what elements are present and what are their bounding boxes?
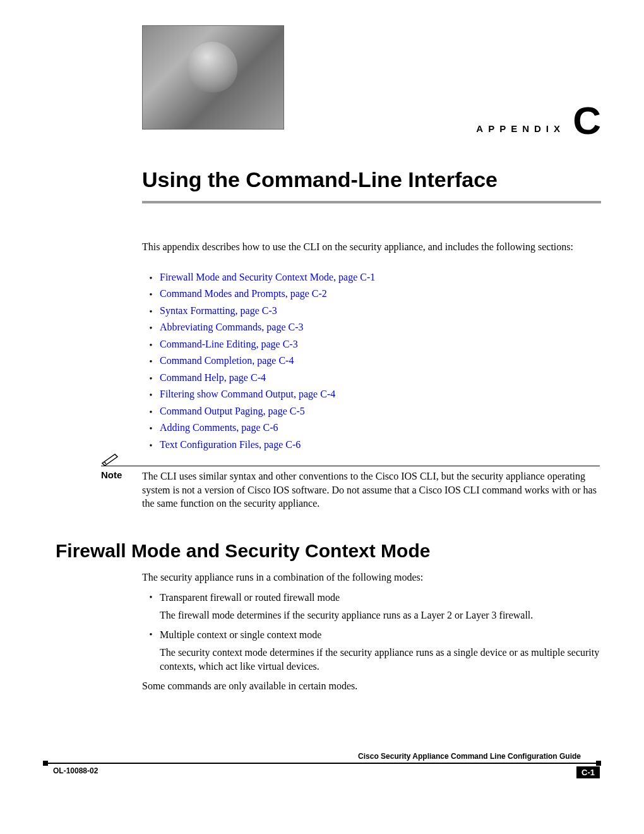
toc-link[interactable]: Adding Comments, page C-6 — [160, 422, 278, 433]
footer-doc-id: OL-10088-02 — [53, 766, 98, 775]
bullet-icon: • — [142, 406, 160, 420]
note-label: Note — [101, 469, 122, 480]
bullet-icon: • — [142, 422, 160, 436]
mode-desc: The firewall mode determines if the secu… — [160, 608, 600, 622]
toc-item: •Command Completion, page C-4 — [142, 355, 600, 369]
toc-item: •Syntax Formatting, page C-3 — [142, 305, 600, 319]
toc-item: •Filtering show Command Output, page C-4 — [142, 389, 600, 402]
note-text: The CLI uses similar syntax and other co… — [142, 469, 600, 511]
bullet-icon: • — [142, 372, 160, 386]
pencil-icon — [101, 453, 120, 466]
mode-name: Transparent firewall or routed firewall … — [160, 591, 600, 605]
list-item: • Transparent firewall or routed firewal… — [142, 591, 600, 605]
bullet-icon: • — [142, 389, 160, 402]
toc-link[interactable]: Command Completion, page C-4 — [160, 355, 294, 366]
appendix-label: APPENDIX — [476, 123, 565, 134]
toc-item: •Command Modes and Prompts, page C-2 — [142, 288, 600, 302]
mode-name: Multiple context or single context mode — [160, 628, 600, 642]
page-title: Using the Command-Line Interface — [142, 167, 498, 192]
intro-text: This appendix describes how to use the C… — [142, 240, 600, 254]
bullet-icon: • — [142, 322, 160, 335]
toc-link[interactable]: Abbreviating Commands, page C-3 — [160, 322, 304, 333]
bullet-icon: • — [142, 288, 160, 302]
toc-link[interactable]: Syntax Formatting, page C-3 — [160, 305, 277, 317]
list-item: • Multiple context or single context mod… — [142, 628, 600, 642]
bullet-icon: • — [142, 339, 160, 353]
footer-rule — [44, 763, 600, 764]
section-body: The security appliance runs in a combina… — [142, 571, 600, 693]
note-block: Note The CLI uses similar syntax and oth… — [101, 464, 600, 511]
toc-item: •Command-Line Editing, page C-3 — [142, 339, 600, 353]
bullet-icon: • — [142, 628, 160, 642]
appendix-letter: C — [573, 98, 601, 143]
toc-item: •Firewall Mode and Security Context Mode… — [142, 272, 600, 286]
bullet-icon: • — [142, 355, 160, 369]
toc-link[interactable]: Filtering show Command Output, page C-4 — [160, 389, 335, 400]
footer-page-number: C-1 — [576, 766, 600, 778]
toc-link[interactable]: Command Output Paging, page C-5 — [160, 406, 305, 417]
note-rule — [101, 466, 600, 466]
bullet-icon: • — [142, 272, 160, 286]
toc-link[interactable]: Command Modes and Prompts, page C-2 — [160, 288, 327, 299]
title-rule — [142, 201, 601, 203]
bullet-icon: • — [142, 305, 160, 319]
toc-item: •Command Output Paging, page C-5 — [142, 406, 600, 420]
mode-desc: The security context mode determines if … — [160, 646, 600, 673]
bullet-icon: • — [142, 439, 160, 453]
bullet-icon: • — [142, 591, 160, 605]
section-heading: Firewall Mode and Security Context Mode — [56, 540, 430, 562]
section-lead: The security appliance runs in a combina… — [142, 571, 600, 584]
toc-link[interactable]: Text Configuration Files, page C-6 — [160, 439, 301, 450]
toc-link[interactable]: Command Help, page C-4 — [160, 372, 266, 384]
toc-list: •Firewall Mode and Security Context Mode… — [142, 269, 600, 456]
section-closing: Some commands are only available in cert… — [142, 679, 600, 693]
toc-item: •Abbreviating Commands, page C-3 — [142, 322, 600, 335]
page-footer: Cisco Security Appliance Command Line Co… — [44, 752, 600, 783]
toc-item: •Text Configuration Files, page C-6 — [142, 439, 600, 453]
toc-link[interactable]: Firewall Mode and Security Context Mode,… — [160, 272, 375, 283]
toc-link[interactable]: Command-Line Editing, page C-3 — [160, 339, 298, 350]
toc-item: •Command Help, page C-4 — [142, 372, 600, 386]
toc-item: •Adding Comments, page C-6 — [142, 422, 600, 436]
modes-list: • Transparent firewall or routed firewal… — [142, 591, 600, 674]
header-photo — [142, 25, 284, 130]
footer-guide-title: Cisco Security Appliance Command Line Co… — [44, 752, 581, 761]
